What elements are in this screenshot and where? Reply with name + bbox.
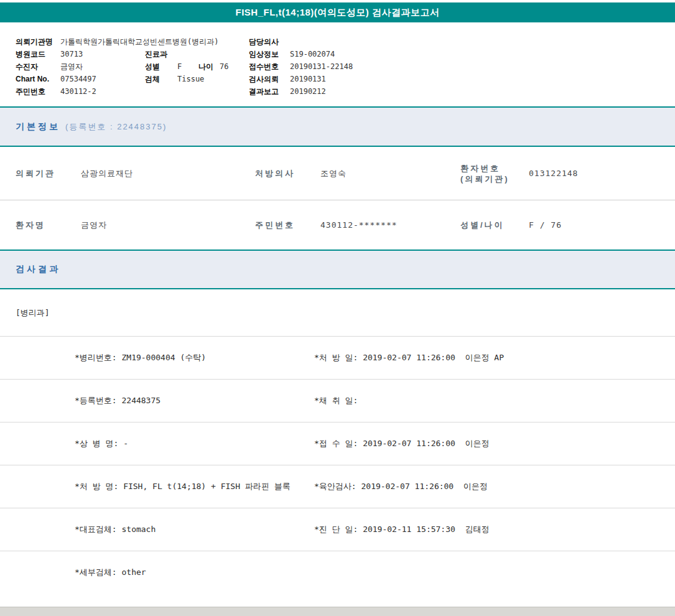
- field-value: F / 76: [529, 220, 562, 230]
- field-referring-org-name: 의뢰기관명 가톨릭학원가톨릭대학교성빈센트병원(병리과): [16, 35, 218, 48]
- collection-date: *채 취 일:: [314, 380, 358, 422]
- patient-header-middle-column: 진료과 성별 F 나이 76 검체 Tissue: [145, 48, 228, 85]
- field-value: 07534497: [60, 75, 96, 83]
- pathology-number: *병리번호: ZM19-000404 (수탁): [75, 337, 206, 379]
- field-label: 검사의뢰: [249, 74, 290, 85]
- field-label: 의뢰기관명: [16, 37, 60, 47]
- diagnosis-name: *상 병 명: -: [75, 422, 128, 465]
- field-label: 환자번호 (의뢰기관): [460, 163, 529, 184]
- field-value: 가톨릭학원가톨릭대학교성빈센트병원(병리과): [60, 37, 218, 47]
- field-label: 주민번호: [255, 220, 320, 231]
- footer-bar: [0, 607, 675, 616]
- field-value: 조영숙: [320, 168, 347, 179]
- field-value: 삼광의료재단: [81, 168, 133, 179]
- field-sex-age: 성별/나이 F / 76: [460, 200, 562, 250]
- field-label: 성별: [145, 62, 177, 72]
- field-sex-age: 성별 F 나이 76: [145, 60, 228, 73]
- main-specimen: *대표검체: stomach: [75, 508, 156, 551]
- field-value: 013122148: [529, 169, 578, 178]
- field-value: 20190131-22148: [290, 62, 353, 71]
- field-label: Chart No.: [16, 75, 60, 83]
- field-value: 430112-*******: [320, 220, 398, 230]
- field-value: 금영자: [81, 220, 107, 231]
- field-label-line1: 환자번호: [460, 163, 529, 174]
- field-resident-number: 주민번호 430112-*******: [255, 200, 398, 250]
- report-title-bar: FISH_FL,t(14;18)(여의도성모) 검사결과보고서: [0, 2, 675, 22]
- patient-header: 의뢰기관명 가톨릭학원가톨릭대학교성빈센트병원(병리과) 병원코드 30713 …: [16, 35, 663, 100]
- field-value: 20190212: [290, 87, 326, 96]
- field-patient-number: 환자번호 (의뢰기관) 013122148: [460, 147, 578, 200]
- field-label: 임상정보: [249, 49, 290, 60]
- field-value: S19-002074: [290, 50, 335, 58]
- field-value: 금영자: [60, 62, 83, 72]
- results-section-header: 검사결과: [0, 250, 675, 289]
- field-label: 수진자: [16, 62, 60, 72]
- field-label: 결과보고: [249, 86, 290, 97]
- result-detail-row: *대표검체: stomach *진 단 일: 2019-02-11 15:57:…: [0, 508, 675, 551]
- result-detail-row: *상 병 명: - *접 수 일: 2019-02-07 11:26:00 이은…: [0, 422, 675, 465]
- field-label: 환자명: [16, 220, 81, 231]
- field-value: Tissue: [177, 75, 204, 83]
- receipt-date: *접 수 일: 2019-02-07 11:26:00 이은정: [314, 422, 490, 465]
- result-detail-row: *등록번호: 22448375 *채 취 일:: [0, 379, 675, 422]
- basic-info-section-header: 기본정보 (등록번호 : 22448375): [0, 106, 675, 147]
- field-report-date: 결과보고 20190212: [249, 85, 353, 98]
- sub-specimen: *세부검체: other: [75, 551, 146, 594]
- field-label-line2: (의뢰기관): [460, 174, 529, 184]
- field-value: 430112-2: [60, 87, 96, 96]
- result-detail-row: *세부검체: other: [0, 551, 675, 594]
- patient-header-right-column: 담당의사 임상정보 S19-002074 접수번호 20190131-22148…: [249, 35, 353, 98]
- registration-number: (등록번호 : 22448375): [65, 121, 167, 133]
- basic-info-row: 환자명 금영자 주민번호 430112-******* 성별/나이 F / 76: [0, 200, 675, 250]
- department-label: [병리과]: [0, 289, 675, 336]
- field-label: 나이: [198, 62, 213, 72]
- basic-info-row: 의뢰기관 삼광의료재단 처방의사 조영숙 환자번호 (의뢰기관) 0131221…: [0, 147, 675, 200]
- field-value: 76: [220, 62, 228, 71]
- gross-exam-date: *육안검사: 2019-02-07 11:26:00 이은정: [314, 465, 488, 508]
- field-department: 진료과: [145, 48, 228, 60]
- field-test-request-date: 검사의뢰 20190131: [249, 73, 353, 85]
- field-label: 진료과: [145, 49, 177, 60]
- field-specimen: 검체 Tissue: [145, 73, 228, 85]
- registration-number: *등록번호: 22448375: [75, 380, 161, 422]
- prescription-date: *처 방 일: 2019-02-07 11:26:00 이은정 AP: [314, 337, 504, 379]
- field-accession-no: 접수번호 20190131-22148: [249, 60, 353, 73]
- prescription-name: *처 방 명: FISH, FL t(14;18) + FISH 파라핀 블록: [75, 465, 291, 508]
- results-title: 검사결과: [16, 264, 60, 275]
- field-label: 성별/나이: [460, 220, 529, 231]
- field-patient-name: 환자명 금영자: [16, 200, 107, 250]
- field-label: 의뢰기관: [16, 168, 81, 179]
- department-name: [병리과]: [16, 307, 50, 319]
- field-value: F: [177, 62, 198, 71]
- field-label: 처방의사: [255, 168, 320, 179]
- basic-info-title: 기본정보: [16, 121, 60, 133]
- field-label: 접수번호: [249, 62, 290, 72]
- field-value: 20190131: [290, 75, 326, 83]
- field-resident-id: 주민번호 430112-2: [16, 85, 218, 98]
- report-title: FISH_FL,t(14;18)(여의도성모) 검사결과보고서: [235, 7, 439, 19]
- field-prescribing-doctor: 처방의사 조영숙: [255, 147, 347, 200]
- field-label: 담당의사: [249, 37, 290, 47]
- field-value: 30713: [60, 50, 83, 58]
- field-attending-doctor: 담당의사: [249, 35, 353, 48]
- result-detail-row: *처 방 명: FISH, FL t(14;18) + FISH 파라핀 블록 …: [0, 465, 675, 508]
- diagnosis-date: *진 단 일: 2019-02-11 15:57:30 김태정: [314, 508, 490, 551]
- field-label: 병원코드: [16, 49, 60, 60]
- field-label: 주민번호: [16, 86, 60, 97]
- field-label: 검체: [145, 74, 177, 85]
- result-detail-row: *병리번호: ZM19-000404 (수탁) *처 방 일: 2019-02-…: [0, 336, 675, 379]
- field-referring-org: 의뢰기관 삼광의료재단: [16, 147, 133, 200]
- field-clinical-info: 임상정보 S19-002074: [249, 48, 353, 60]
